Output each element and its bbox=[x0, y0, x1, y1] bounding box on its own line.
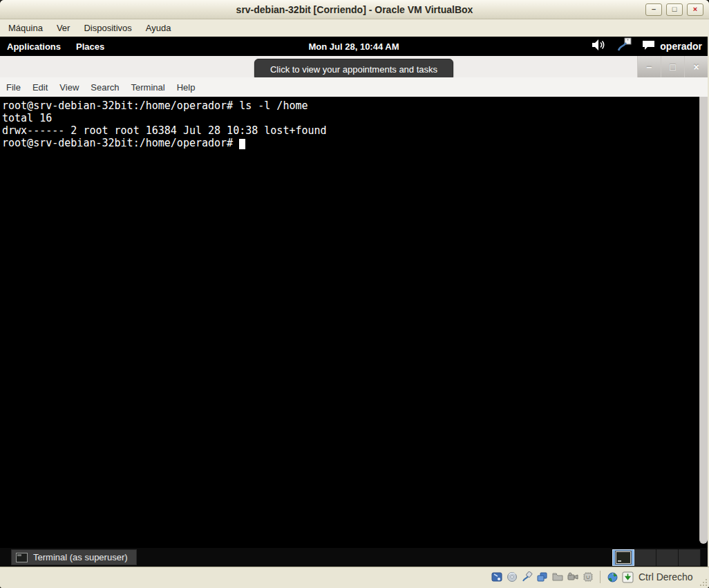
terminal-menu-help[interactable]: Help bbox=[177, 82, 196, 93]
vbox-menu-ver[interactable]: Ver bbox=[57, 23, 70, 33]
workspace-switcher bbox=[612, 549, 701, 566]
terminal-minimize-button[interactable]: – bbox=[637, 56, 661, 78]
terminal-prompt-line: root@srv-debian-32bit:/home/operador# bbox=[2, 137, 708, 149]
user-name: operador bbox=[660, 41, 702, 52]
host-key-label: Ctrl Derecho bbox=[639, 571, 693, 582]
statusbar-separator bbox=[600, 571, 601, 583]
resize-grip[interactable] bbox=[699, 578, 708, 587]
workspace-4[interactable] bbox=[679, 549, 701, 566]
terminal-menu-terminal[interactable]: Terminal bbox=[131, 82, 165, 93]
terminal-icon bbox=[16, 553, 28, 562]
gnome-bottom-panel: Terminal (as superuser) bbox=[0, 548, 708, 567]
workspace-1[interactable] bbox=[612, 549, 634, 566]
taskbar-button-label: Terminal (as superuser) bbox=[33, 552, 128, 562]
shared-folders-icon[interactable] bbox=[551, 571, 563, 583]
workspace-window-thumbnail bbox=[616, 551, 631, 564]
terminal-menubar: File Edit View Search Terminal Help bbox=[0, 77, 708, 97]
vbox-statusbar: U Ctrl Derecho bbox=[0, 567, 709, 588]
terminal-line: total 16 bbox=[2, 112, 708, 124]
terminal-menu-edit[interactable]: Edit bbox=[32, 82, 48, 93]
vbox-menu-ayuda[interactable]: Ayuda bbox=[146, 23, 171, 33]
applications-menu[interactable]: Applications bbox=[7, 41, 61, 52]
terminal-scrollbar[interactable] bbox=[699, 97, 708, 544]
network-icon[interactable] bbox=[617, 37, 632, 55]
vbox-minimize-button[interactable]: – bbox=[645, 3, 662, 16]
vbox-window-controls: – □ × bbox=[645, 3, 703, 16]
terminal-line: root@srv-debian-32bit:/home/operador# ls… bbox=[2, 99, 708, 112]
vbox-window-title: srv-debian-32bit [Corriendo] - Oracle VM… bbox=[236, 4, 473, 15]
terminal-prompt: root@srv-debian-32bit:/home/operador# bbox=[2, 137, 239, 149]
vbox-close-button[interactable]: × bbox=[687, 3, 703, 16]
terminal-close-button[interactable]: × bbox=[684, 56, 708, 78]
video-capture-icon[interactable] bbox=[567, 571, 578, 583]
workspace-3[interactable] bbox=[656, 549, 679, 566]
vbox-maximize-button[interactable]: □ bbox=[666, 3, 683, 16]
optical-disc-icon[interactable] bbox=[506, 571, 518, 583]
volume-icon[interactable] bbox=[591, 38, 607, 55]
user-switcher[interactable]: operador bbox=[642, 40, 702, 53]
terminal-screen[interactable]: root@srv-debian-32bit:/home/operador# ls… bbox=[0, 97, 708, 548]
network-cable-icon[interactable] bbox=[521, 571, 533, 583]
vbox-titlebar: srv-debian-32bit [Corriendo] - Oracle VM… bbox=[0, 0, 709, 19]
hard-disk-icon[interactable] bbox=[491, 571, 502, 583]
virtualbox-window: srv-debian-32bit [Corriendo] - Oracle VM… bbox=[0, 0, 709, 588]
terminal-window-controls: – □ × bbox=[637, 56, 708, 77]
guest-screen: Applications Places Mon Jul 28, 10:44 AM bbox=[0, 37, 708, 567]
svg-text:U: U bbox=[586, 574, 590, 580]
vbox-menu-dispositivos[interactable]: Dispositivos bbox=[84, 23, 131, 33]
terminal-output: root@srv-debian-32bit:/home/operador# ls… bbox=[0, 97, 708, 149]
places-menu[interactable]: Places bbox=[76, 41, 104, 52]
terminal-line: drwx------ 2 root root 16384 Jul 28 10:3… bbox=[2, 124, 708, 137]
vbox-menubar: Máquina Ver Dispositivos Ayuda bbox=[0, 19, 709, 37]
terminal-menu-view[interactable]: View bbox=[59, 82, 79, 93]
taskbar-button-terminal[interactable]: Terminal (as superuser) bbox=[11, 549, 137, 565]
vbox-menu-maquina[interactable]: Máquina bbox=[8, 23, 43, 33]
terminal-menu-search[interactable]: Search bbox=[91, 82, 119, 93]
terminal-cursor bbox=[239, 139, 245, 149]
terminal-menu-file[interactable]: File bbox=[6, 82, 21, 93]
gnome-top-panel: Applications Places Mon Jul 28, 10:44 AM bbox=[0, 37, 708, 56]
keyboard-capture-icon[interactable] bbox=[622, 571, 634, 583]
chat-bubble-icon bbox=[642, 40, 655, 53]
workspace-2[interactable] bbox=[634, 549, 656, 566]
terminal-maximize-button[interactable]: □ bbox=[661, 56, 684, 78]
display-icon[interactable] bbox=[536, 571, 548, 583]
mouse-integration-icon[interactable] bbox=[607, 571, 618, 583]
features-icon[interactable]: U bbox=[582, 571, 594, 583]
